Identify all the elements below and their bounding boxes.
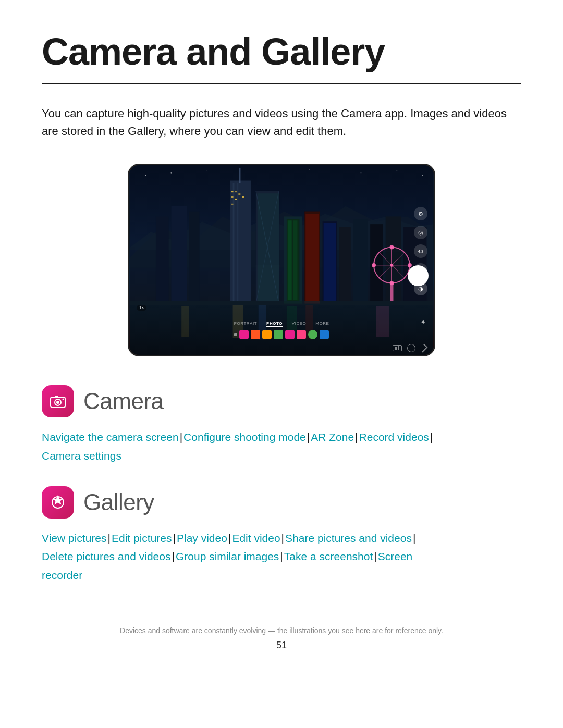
home-icon[interactable] [407, 344, 415, 352]
sep-4: | [430, 431, 433, 443]
footer: Devices and software are constantly evol… [42, 626, 521, 651]
gallery-section-title: Gallery [83, 489, 154, 515]
recent-apps-icon[interactable] [393, 345, 402, 351]
svg-point-66 [63, 399, 64, 400]
device-frame: ⚙ ◎ 4:3 ↺ ◑ 1× ✦ PORTRAIT PHOTO [128, 164, 435, 356]
gallery-section-header: Gallery [42, 486, 521, 519]
gallery-links: View pictures|Edit pictures|Play video|E… [42, 529, 521, 585]
app-icon-4 [274, 330, 283, 339]
link-record-videos[interactable]: Record videos [359, 431, 429, 443]
app-icon-2 [251, 330, 260, 339]
shutter-button[interactable] [408, 265, 429, 286]
device-screenshot-container: ⚙ ◎ 4:3 ↺ ◑ 1× ✦ PORTRAIT PHOTO [42, 164, 521, 356]
link-take-screenshot[interactable]: Take a screenshot [284, 550, 373, 562]
link-play-video[interactable]: Play video [177, 532, 227, 544]
link-navigate-camera[interactable]: Navigate the camera screen [42, 431, 179, 443]
gsep-5: | [413, 532, 415, 544]
footer-note: Devices and software are constantly evol… [42, 626, 521, 635]
mode-photo[interactable]: PHOTO [266, 321, 283, 327]
settings-icon[interactable]: ⚙ [414, 207, 427, 220]
gsep-3: | [228, 532, 231, 544]
app-icon-7 [308, 330, 317, 339]
svg-point-64 [56, 401, 59, 404]
link-edit-video[interactable]: Edit video [232, 532, 280, 544]
intro-text: You can capture high-quality pictures an… [42, 105, 511, 140]
sep-3: | [355, 431, 358, 443]
link-ar-zone[interactable]: AR Zone [311, 431, 354, 443]
camera-modes: PORTRAIT PHOTO VIDEO MORE [234, 321, 329, 327]
camera-bottom-bar: PORTRAIT PHOTO VIDEO MORE [129, 321, 434, 339]
gallery-icon-svg [48, 493, 67, 512]
mode-more[interactable]: MORE [315, 321, 329, 327]
link-configure-shooting[interactable]: Configure shooting mode [183, 431, 306, 443]
device-screen: ⚙ ◎ 4:3 ↺ ◑ 1× ✦ PORTRAIT PHOTO [129, 165, 434, 355]
sep-1: | [180, 431, 182, 443]
gallery-app-icon [42, 486, 74, 519]
camera-app-icon [42, 385, 74, 417]
camera-ui: ⚙ ◎ 4:3 ↺ ◑ 1× ✦ PORTRAIT PHOTO [129, 165, 434, 355]
page-number: 51 [42, 640, 521, 651]
back-icon[interactable] [419, 344, 428, 353]
svg-rect-65 [55, 396, 58, 398]
app-icon-1 [239, 330, 249, 339]
zoom-label: 1× [137, 305, 146, 311]
page-title: Camera and Gallery [42, 31, 521, 72]
gsep-8: | [374, 550, 376, 562]
gsep-1: | [108, 532, 111, 544]
camera-icon-svg [48, 392, 67, 411]
link-share-pictures[interactable]: Share pictures and videos [285, 532, 412, 544]
mode-video[interactable]: VIDEO [292, 321, 306, 327]
gsep-7: | [280, 550, 283, 562]
mode-portrait[interactable]: PORTRAIT [234, 321, 257, 327]
link-group-similar[interactable]: Group similar images [176, 550, 279, 562]
link-delete-pictures[interactable]: Delete pictures and videos [42, 550, 170, 562]
link-edit-pictures[interactable]: Edit pictures [112, 532, 172, 544]
camera-links: Navigate the camera screen|Configure sho… [42, 428, 521, 465]
app-icon-6 [297, 330, 306, 339]
timer-icon[interactable]: ◎ [414, 226, 427, 239]
app-icons-tray [234, 330, 329, 339]
gsep-2: | [173, 532, 176, 544]
camera-section-header: Camera [42, 385, 521, 417]
sep-2: | [307, 431, 310, 443]
apps-grid-icon [234, 333, 237, 336]
ratio-icon[interactable]: 4:3 [414, 244, 427, 258]
title-divider [42, 83, 521, 84]
app-icon-5 [285, 330, 295, 339]
gsep-4: | [282, 532, 284, 544]
link-view-pictures[interactable]: View pictures [42, 532, 107, 544]
system-nav-bar [393, 344, 429, 352]
gsep-6: | [172, 550, 174, 562]
link-camera-settings[interactable]: Camera settings [42, 450, 121, 462]
app-icon-8 [320, 330, 329, 339]
camera-section-title: Camera [83, 388, 164, 414]
app-icon-3 [262, 330, 272, 339]
